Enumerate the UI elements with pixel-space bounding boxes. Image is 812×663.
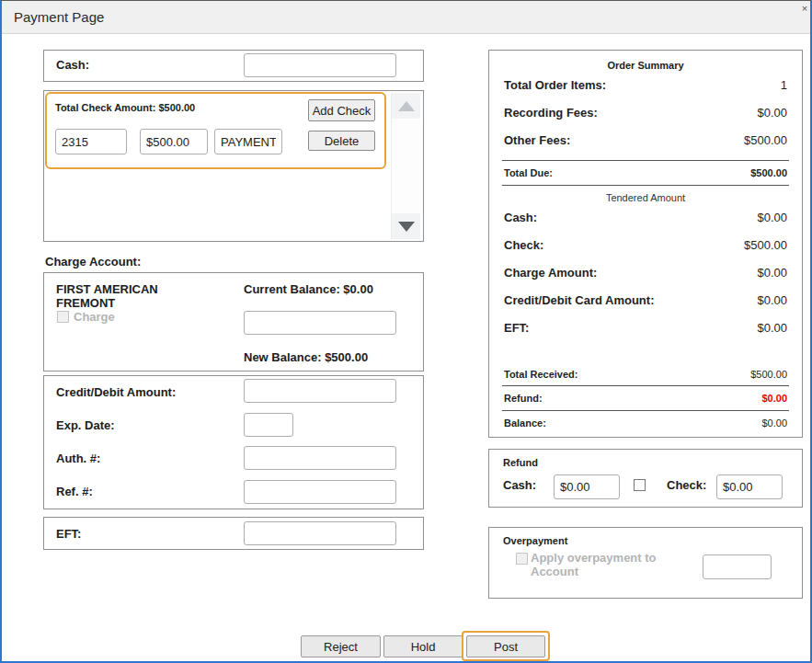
total-check-amount-label: Total Check Amount: $500.00	[55, 102, 195, 113]
account-name-line1: FIRST AMERICAN	[56, 282, 158, 296]
current-balance-label: Current Balance: $0.00	[244, 282, 373, 296]
divider	[502, 385, 789, 386]
tendered-amount-title: Tendered Amount	[489, 192, 802, 203]
summary-row-label: Other Fees:	[504, 133, 570, 147]
divider	[502, 160, 789, 161]
summary-row-value: $0.00	[757, 106, 787, 120]
apply-overpayment-checkbox	[516, 553, 528, 565]
tendered-row-label: Credit/Debit Card Amount:	[504, 293, 654, 307]
balance-value: $0.00	[761, 417, 787, 429]
titlebar: Payment Page	[2, 1, 810, 34]
divider	[502, 185, 789, 186]
summary-row-label: Recording Fees:	[504, 106, 598, 120]
check-amount-input[interactable]	[140, 129, 208, 154]
scroll-down-button[interactable]	[392, 213, 420, 239]
eft-section: EFT:	[43, 517, 424, 550]
delete-check-button[interactable]: Delete	[308, 131, 375, 151]
auth-number-label: Auth. #:	[56, 452, 100, 465]
account-name-line2: FREMONT	[56, 296, 158, 310]
total-received-label: Total Received:	[504, 369, 578, 380]
refund-section-title: Refund	[503, 457, 538, 468]
charge-account-section: FIRST AMERICAN FREMONT Charge Current Ba…	[43, 272, 424, 372]
check-list-scrollbar[interactable]	[391, 93, 420, 239]
tendered-row-eft: EFT: $0.00	[504, 321, 787, 335]
check-type-input[interactable]	[214, 129, 282, 154]
summary-row-label: Total Order Items:	[504, 78, 606, 92]
tendered-row-value: $0.00	[757, 211, 787, 224]
credit-debit-amount-label: Credit/Debit Amount:	[56, 385, 176, 399]
credit-debit-section: Credit/Debit Amount: Exp. Date: Auth. #:…	[43, 375, 424, 509]
balance-label: Balance:	[504, 417, 546, 429]
scroll-up-icon	[398, 101, 415, 111]
ref-number-label: Ref. #:	[56, 485, 93, 498]
new-balance-label: New Balance: $500.00	[244, 350, 368, 364]
tendered-row-cash: Cash: $0.00	[504, 211, 787, 224]
tendered-row-label: Charge Amount:	[504, 266, 597, 280]
summary-row-other-fees: Other Fees: $500.00	[504, 133, 787, 147]
overpayment-title: Overpayment	[503, 535, 567, 546]
eft-input[interactable]	[244, 521, 396, 545]
summary-row-total-due: Total Due: $500.00	[504, 167, 787, 178]
total-received-value: $500.00	[750, 369, 787, 380]
tendered-row-value: $500.00	[744, 238, 787, 252]
tendered-row-charge-amount: Charge Amount: $0.00	[504, 266, 787, 280]
refund-section: Refund Cash: Check:	[488, 449, 803, 508]
total-due-value: $500.00	[750, 167, 787, 178]
tendered-row-value: $0.00	[757, 321, 787, 335]
charge-checkbox	[57, 311, 69, 323]
exp-date-label: Exp. Date:	[56, 418, 115, 432]
total-due-label: Total Due:	[504, 167, 553, 178]
payment-page-window: Payment Page × Cash: Total Check Amount:…	[0, 0, 812, 663]
tendered-row-card-amount: Credit/Debit Card Amount: $0.00	[504, 293, 787, 307]
credit-debit-amount-input[interactable]	[244, 379, 396, 403]
hold-button[interactable]: Hold	[383, 635, 463, 657]
summary-row-value: $500.00	[744, 133, 787, 147]
summary-row-total-received: Total Received: $500.00	[504, 369, 787, 380]
tendered-row-value: $0.00	[757, 266, 787, 280]
refund-check-input[interactable]	[716, 474, 783, 499]
account-name: FIRST AMERICAN FREMONT	[56, 282, 158, 310]
charge-account-heading: Charge Account:	[45, 255, 141, 269]
charge-amount-input[interactable]	[244, 311, 396, 335]
tendered-row-label: Cash:	[504, 211, 537, 224]
cash-label: Cash:	[56, 58, 89, 72]
tendered-row-label: Check:	[504, 238, 543, 252]
check-entry-highlight: Total Check Amount: $500.00 Add Check De…	[45, 92, 386, 169]
refund-cash-input[interactable]	[554, 474, 620, 499]
ref-number-input[interactable]	[244, 480, 396, 504]
summary-row-balance: Balance: $0.00	[504, 417, 787, 429]
refund-checkbox[interactable]	[634, 479, 646, 491]
eft-label: EFT:	[56, 527, 81, 541]
divider	[502, 410, 789, 411]
summary-row-value: 1	[781, 78, 787, 92]
post-button[interactable]: Post	[466, 635, 545, 657]
scroll-down-icon	[398, 222, 415, 232]
cash-section: Cash:	[43, 50, 424, 82]
refund-label: Refund:	[504, 393, 543, 404]
order-summary-title: Order Summary	[489, 60, 802, 71]
check-number-input[interactable]	[55, 129, 127, 154]
tendered-row-value: $0.00	[757, 293, 787, 307]
refund-cash-label: Cash:	[503, 478, 536, 492]
cash-input[interactable]	[244, 53, 396, 77]
close-icon[interactable]: ×	[799, 2, 810, 15]
auth-number-input[interactable]	[244, 446, 396, 470]
summary-row-refund: Refund: $0.00	[504, 393, 787, 404]
apply-overpayment-label: Apply overpayment to Account	[531, 551, 682, 578]
window-title: Payment Page	[14, 9, 104, 25]
summary-row-total-order-items: Total Order Items: 1	[504, 78, 787, 92]
order-summary-panel: Order Summary Total Order Items: 1 Recor…	[488, 50, 803, 438]
charge-checkbox-label: Charge	[74, 310, 115, 324]
add-check-button[interactable]: Add Check	[308, 99, 375, 121]
refund-check-label: Check:	[667, 478, 706, 492]
exp-date-input[interactable]	[244, 413, 293, 437]
scroll-up-button[interactable]	[392, 93, 420, 119]
reject-button[interactable]: Reject	[301, 635, 381, 657]
tendered-row-label: EFT:	[504, 321, 529, 335]
tendered-row-check: Check: $500.00	[504, 238, 787, 252]
overpayment-amount-input[interactable]	[703, 554, 772, 579]
refund-value: $0.00	[761, 393, 787, 404]
overpayment-section: Overpayment Apply overpayment to Account	[488, 527, 803, 599]
summary-row-recording-fees: Recording Fees: $0.00	[504, 106, 787, 120]
